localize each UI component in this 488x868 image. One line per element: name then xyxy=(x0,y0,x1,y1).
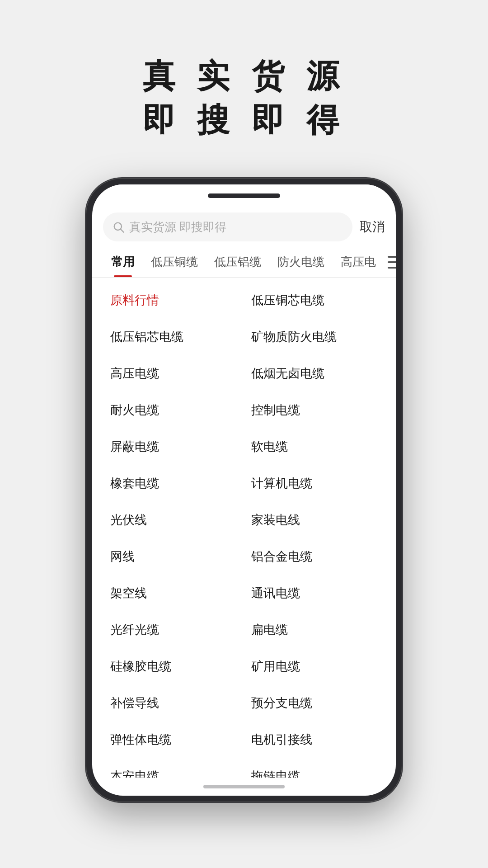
category-item[interactable]: 硅橡胶电缆 xyxy=(103,648,244,685)
phone-mockup: 真实货源 即搜即得 取消 常用 低压铜缆 低压铝缆 防火电缆 高压电 xyxy=(86,178,402,802)
category-item[interactable]: 高压电缆 xyxy=(103,355,244,392)
tab-changyong[interactable]: 常用 xyxy=(103,247,143,277)
category-item[interactable]: 矿用电缆 xyxy=(244,648,385,685)
category-item[interactable]: 网线 xyxy=(103,538,244,575)
category-item[interactable]: 光纤光缆 xyxy=(103,612,244,648)
list-icon xyxy=(388,256,396,269)
category-item[interactable]: 光伏线 xyxy=(103,502,244,538)
category-item[interactable]: 扁电缆 xyxy=(244,612,385,648)
category-item[interactable]: 通讯电缆 xyxy=(244,575,385,612)
category-item[interactable]: 低烟无卤电缆 xyxy=(244,355,385,392)
tab-diyalulan[interactable]: 低压铝缆 xyxy=(206,247,269,277)
category-item[interactable]: 本安电缆 xyxy=(103,758,244,778)
tab-more-button[interactable] xyxy=(384,249,396,276)
category-item[interactable]: 低压铜芯电缆 xyxy=(244,282,385,319)
category-item[interactable]: 预分支电缆 xyxy=(244,685,385,722)
category-item[interactable]: 原料行情 xyxy=(103,282,244,319)
search-placeholder: 真实货源 即搜即得 xyxy=(129,219,226,235)
search-row: 真实货源 即搜即得 取消 xyxy=(92,207,396,247)
category-item[interactable]: 计算机电缆 xyxy=(244,465,385,502)
category-item[interactable]: 低压铝芯电缆 xyxy=(103,319,244,355)
tab-diyatonglan[interactable]: 低压铜缆 xyxy=(143,247,206,277)
category-item[interactable]: 软电缆 xyxy=(244,429,385,465)
notch-area xyxy=(92,184,396,207)
category-item[interactable]: 耐火电缆 xyxy=(103,392,244,429)
category-item[interactable]: 家装电线 xyxy=(244,502,385,538)
tab-bar: 常用 低压铜缆 低压铝缆 防火电缆 高压电 xyxy=(92,247,396,278)
category-item[interactable]: 补偿导线 xyxy=(103,685,244,722)
svg-line-1 xyxy=(121,230,123,232)
phone-screen: 真实货源 即搜即得 取消 常用 低压铜缆 低压铝缆 防火电缆 高压电 xyxy=(92,184,396,796)
category-item[interactable]: 控制电缆 xyxy=(244,392,385,429)
category-item[interactable]: 屏蔽电缆 xyxy=(103,429,244,465)
category-grid: 原料行情低压铜芯电缆低压铝芯电缆矿物质防火电缆高压电缆低烟无卤电缆耐火电缆控制电… xyxy=(103,282,385,778)
tab-gaoya[interactable]: 高压电 xyxy=(333,247,384,277)
tab-fanghuodianlan[interactable]: 防火电缆 xyxy=(269,247,333,277)
category-list: 原料行情低压铜芯电缆低压铝芯电缆矿物质防火电缆高压电缆低烟无卤电缆耐火电缆控制电… xyxy=(92,278,396,778)
category-item[interactable]: 铝合金电缆 xyxy=(244,538,385,575)
cancel-button[interactable]: 取消 xyxy=(360,218,385,236)
notch-bar xyxy=(208,193,280,198)
search-icon xyxy=(112,221,125,233)
search-box[interactable]: 真实货源 即搜即得 xyxy=(103,212,352,241)
category-item[interactable]: 架空线 xyxy=(103,575,244,612)
category-item[interactable]: 矿物质防火电缆 xyxy=(244,319,385,355)
home-indicator xyxy=(92,778,396,796)
category-item[interactable]: 拖链电缆 xyxy=(244,758,385,778)
phone-shell: 真实货源 即搜即得 取消 常用 低压铜缆 低压铝缆 防火电缆 高压电 xyxy=(86,178,402,802)
category-item[interactable]: 橡套电缆 xyxy=(103,465,244,502)
home-bar xyxy=(203,785,285,788)
main-headline: 真 实 货 源 即 搜 即 得 xyxy=(143,54,346,142)
category-item[interactable]: 电机引接线 xyxy=(244,722,385,758)
category-item[interactable]: 弹性体电缆 xyxy=(103,722,244,758)
